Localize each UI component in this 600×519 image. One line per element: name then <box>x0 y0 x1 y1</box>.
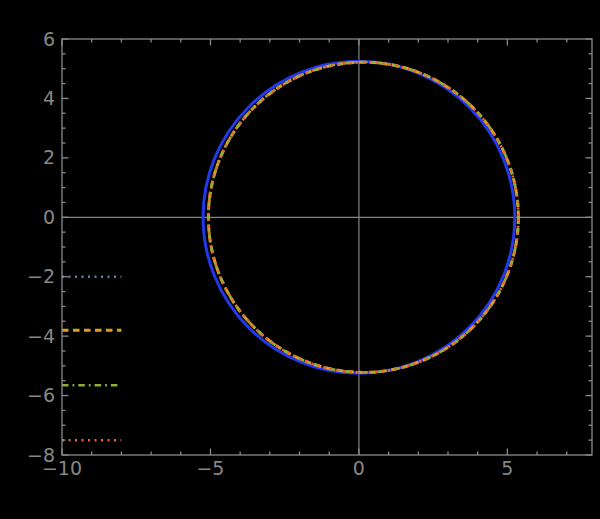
plot-canvas: −10−5056420−2−4−6−8 <box>0 0 600 519</box>
y-axis-tick-label: 0 <box>43 206 55 228</box>
y-axis-tick-label: −2 <box>27 265 55 287</box>
y-axis-tick-label: 4 <box>43 87 55 109</box>
y-axis-tick-label: −4 <box>27 325 55 347</box>
y-axis-tick-label: 2 <box>43 146 55 168</box>
x-axis-tick-label: −5 <box>196 457 224 479</box>
x-axis-tick-label: 5 <box>501 457 513 479</box>
y-axis-tick-label: −8 <box>27 444 55 466</box>
y-axis-tick-label: 6 <box>43 28 55 50</box>
y-axis-tick-label: −6 <box>27 384 55 406</box>
circle-plot-figure: −10−5056420−2−4−6−8 <box>0 0 600 519</box>
x-axis-tick-label: 0 <box>353 457 365 479</box>
